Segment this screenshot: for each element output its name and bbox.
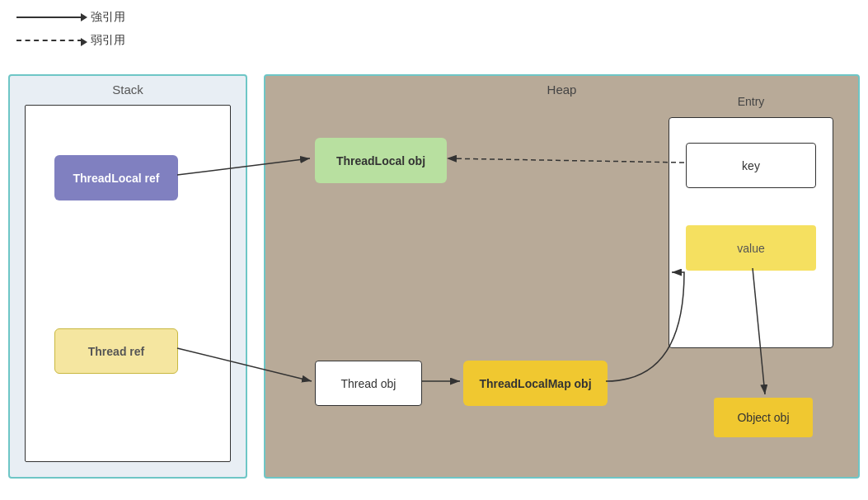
threadlocal-obj-box: ThreadLocal obj (315, 138, 447, 183)
tlmap-obj-label: ThreadLocalMap obj (479, 377, 591, 390)
heap-container: Heap ThreadLocal obj Thread obj ThreadLo… (264, 74, 860, 479)
stack-container: Stack ThreadLocal ref Thread ref (8, 74, 247, 479)
thread-obj-label: Thread obj (341, 377, 396, 390)
key-label: key (742, 159, 760, 172)
threadlocal-ref-label: ThreadLocal ref (73, 172, 159, 185)
object-obj-label: Object obj (737, 411, 789, 424)
strong-ref-legend: 強引用 (16, 10, 125, 25)
object-obj-box: Object obj (714, 398, 813, 437)
stack-inner: ThreadLocal ref Thread ref (25, 105, 231, 462)
diagram: Stack ThreadLocal ref Thread ref Heap Th… (8, 74, 860, 488)
heap-label: Heap (547, 83, 577, 97)
threadlocal-obj-label: ThreadLocal obj (336, 154, 425, 167)
thread-obj-box: Thread obj (315, 361, 422, 406)
entry-box: Entry key value (669, 117, 833, 348)
strong-ref-label: 強引用 (91, 10, 125, 25)
tlmap-obj-box: ThreadLocalMap obj (463, 361, 608, 406)
thread-ref-box: Thread ref (54, 328, 178, 374)
weak-line-icon (16, 40, 82, 41)
weak-ref-legend: 弱引用 (16, 33, 125, 48)
strong-line-icon (16, 17, 82, 18)
legend: 強引用 弱引用 (16, 10, 125, 48)
threadlocal-ref-box: ThreadLocal ref (54, 155, 178, 200)
thread-ref-label: Thread ref (88, 345, 144, 358)
weak-ref-label: 弱引用 (91, 33, 125, 48)
entry-label: Entry (738, 95, 765, 108)
stack-label: Stack (112, 83, 143, 97)
value-label: value (737, 242, 764, 255)
key-box: key (686, 143, 816, 188)
value-box: value (686, 225, 816, 271)
